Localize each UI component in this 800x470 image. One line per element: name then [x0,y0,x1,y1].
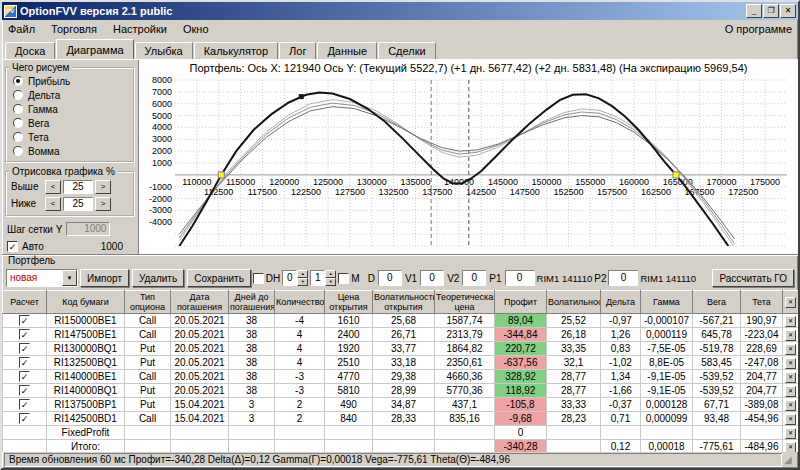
row-close-icon[interactable]: ✕ [785,428,796,439]
decrement-button[interactable]: < [45,197,61,211]
column-header-close[interactable]: ✕ [783,291,799,314]
row-close-icon[interactable]: ✕ [785,400,796,411]
radio-icon[interactable] [13,146,23,156]
radio-option-4[interactable]: Тета [9,130,131,144]
radio-option-1[interactable]: Дельта [9,88,131,102]
increment-button[interactable]: > [95,197,111,211]
grid-step-field[interactable]: 1000 [66,222,110,236]
decrement-button[interactable]: < [45,180,61,194]
range-value-field[interactable]: 25 [63,180,93,194]
row-close-cell[interactable]: ✕ [783,370,799,384]
row-close-cell[interactable]: ✕ [783,356,799,370]
row-check-cell[interactable]: ✓ [3,412,47,426]
radio-option-0[interactable]: Прибыль [9,74,131,88]
tab-1[interactable]: Диаграмма [56,39,133,59]
maximize-button[interactable]: ❐ [763,4,779,18]
row-checkbox[interactable]: ✓ [19,371,30,382]
tab-0[interactable]: Доска [5,42,55,59]
minimize-button[interactable]: _ [746,4,762,18]
radio-icon[interactable] [13,104,23,114]
row-close-cell[interactable]: ✕ [783,426,799,440]
portfolio-button-0[interactable]: Импорт [80,269,129,287]
row-close-cell[interactable]: ✕ [783,440,799,453]
row-close-icon[interactable]: ✕ [785,414,796,425]
column-header[interactable]: Тип опциона [125,291,171,314]
column-header[interactable]: Дней до погашения [229,291,275,314]
portfolio-button-1[interactable]: Удалить [132,269,184,287]
auto-checkbox[interactable]: ✓ [7,241,18,252]
row-close-icon[interactable]: ✕ [785,372,796,383]
row-checkbox[interactable]: ✓ [19,343,30,354]
calc-go-button[interactable]: Рассчитать ГО [712,269,794,287]
v1-field[interactable]: 0 [420,270,444,286]
radio-option-3[interactable]: Вега [9,116,131,130]
portfolio-button-2[interactable]: Сохранить [187,269,251,287]
column-header[interactable]: Цена открытия [325,291,373,314]
row-check-cell[interactable] [3,426,47,440]
column-header[interactable]: Дата погашения [171,291,229,314]
radio-icon[interactable] [13,118,23,128]
range-value-field[interactable]: 25 [63,197,93,211]
close-icon[interactable]: ✕ [785,297,796,308]
row-close-icon[interactable]: ✕ [785,386,796,397]
row-check-cell[interactable]: ✓ [3,356,47,370]
row-check-cell[interactable]: ✓ [3,314,47,328]
menu-item-1[interactable]: Торговля [51,23,97,35]
column-header[interactable]: Волатильность [547,291,601,314]
column-header[interactable]: Количество [275,291,325,314]
menu-item-0[interactable]: Файл [8,23,35,35]
spin-down-icon[interactable]: ▼ [297,278,308,286]
tab-3[interactable]: Калькулятор [194,42,278,59]
row-close-cell[interactable]: ✕ [783,328,799,342]
dh-spinner-2[interactable]: 1 ▲ ▼ [310,270,336,286]
row-close-icon[interactable]: ✕ [785,442,796,452]
close-button[interactable]: ✕ [780,4,796,18]
column-header[interactable]: Волатильность открытия [373,291,435,314]
radio-option-5[interactable]: Вомма [9,144,131,158]
menu-about[interactable]: О программе [725,23,792,35]
row-check-cell[interactable]: ✓ [3,384,47,398]
tab-6[interactable]: Сделки [378,42,436,59]
profit-chart[interactable]: 80007000600050004000300020001000-1000-20… [141,76,795,248]
dh-spinner-1-value[interactable]: 0 [282,270,297,286]
column-header[interactable]: Расчет [3,291,47,314]
row-close-cell[interactable]: ✕ [783,314,799,328]
spin-down-icon[interactable]: ▼ [325,278,336,286]
row-checkbox[interactable]: ✓ [19,329,30,340]
row-close-cell[interactable]: ✕ [783,342,799,356]
column-header[interactable]: Дельта [601,291,641,314]
increment-button[interactable]: > [95,180,111,194]
portfolio-combobox[interactable]: новая ▼ [6,269,78,287]
row-check-cell[interactable]: ✓ [3,398,47,412]
m-checkbox[interactable] [338,273,349,284]
menu-item-2[interactable]: Настройки [113,23,167,35]
column-header[interactable]: Тета [741,291,783,314]
radio-icon[interactable] [13,90,23,100]
dh-spinner-1[interactable]: 0 ▲ ▼ [282,270,308,286]
row-close-cell[interactable]: ✕ [783,384,799,398]
titlebar[interactable]: FV OptionFVV версия 2.1 public _ ❐ ✕ [2,2,798,20]
p1-field[interactable]: 0 [505,270,535,286]
p2-field[interactable]: 0 [608,270,638,286]
row-close-cell[interactable]: ✕ [783,412,799,426]
row-close-icon[interactable]: ✕ [785,344,796,355]
tab-5[interactable]: Данные [317,42,377,59]
radio-icon[interactable] [13,132,23,142]
column-header[interactable]: Теоретическая цена [435,291,495,314]
tab-2[interactable]: Улыбка [135,42,193,59]
radio-option-2[interactable]: Гамма [9,102,131,116]
radio-icon[interactable] [13,76,23,86]
row-check-cell[interactable]: ✓ [3,342,47,356]
dh-checkbox[interactable] [253,273,264,284]
column-header[interactable]: Код бумаги [47,291,125,314]
row-checkbox[interactable]: ✓ [19,399,30,410]
spin-up-icon[interactable]: ▲ [325,270,336,278]
row-check-cell[interactable]: ✓ [3,328,47,342]
row-close-cell[interactable]: ✕ [783,398,799,412]
row-close-icon[interactable]: ✕ [785,358,796,369]
row-checkbox[interactable]: ✓ [19,413,30,424]
row-check-cell[interactable] [3,440,47,453]
resize-grip[interactable]: ◢ [784,454,796,466]
column-header[interactable]: Профит [495,291,547,314]
row-close-icon[interactable]: ✕ [785,316,796,327]
